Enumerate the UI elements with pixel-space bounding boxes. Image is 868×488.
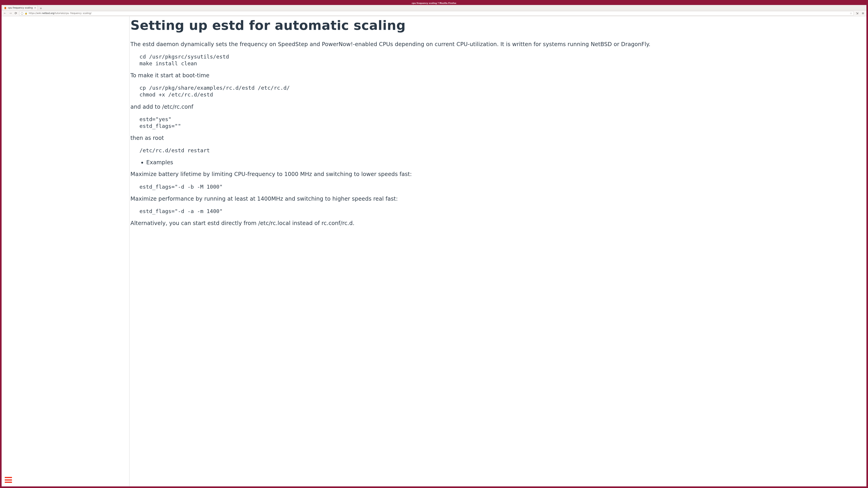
bookmark-star-icon[interactable]: ☆ — [850, 12, 852, 15]
code-block: cd /usr/pkgsrc/sysutils/estd make instal… — [130, 53, 860, 67]
code-block: cp /usr/pkg/share/examples/rc.d/estd /et… — [130, 85, 860, 98]
paragraph: Maximize performance by running at least… — [130, 195, 860, 202]
toolbar-right: ⇲ ≡ — [855, 11, 865, 15]
new-tab-button[interactable]: + — [39, 6, 43, 10]
code-block: estd_flags="-d -a -m 1400" — [130, 208, 860, 215]
code-block: /etc/rc.d/estd restart — [130, 147, 860, 154]
app-menu-icon[interactable]: ≡ — [861, 11, 865, 15]
netbsd-flag-icon: ▇ — [4, 6, 6, 9]
back-button[interactable]: ← — [3, 11, 7, 15]
bullet-list: Examples — [146, 159, 860, 166]
url-bar[interactable]: ◯ 🔒 https://wiki.netbsd.org/tutorials/cp… — [19, 11, 854, 15]
url-prefix: https://wiki. — [29, 12, 42, 14]
list-item: Examples — [146, 159, 860, 166]
article: Setting up estd for automatic scaling Th… — [130, 16, 860, 232]
reload-button[interactable]: ⟳ — [14, 11, 18, 15]
tab-active[interactable]: ▇ cpu frequency scaling × — [2, 5, 38, 10]
wiki-left-rail — [2, 16, 11, 486]
code-block: estd="yes" estd_flags="" — [130, 116, 860, 129]
code-block: estd_flags="-d -b -M 1000" — [130, 184, 860, 190]
browser-window: ▇ cpu frequency scaling × + ← → ⟳ ◯ 🔒 ht… — [1, 5, 867, 487]
window-title: cpu frequency scaling ? Mozilla Firefox — [412, 2, 456, 4]
window-title-bar[interactable]: cpu frequency scaling ? Mozilla Firefox — [0, 1, 868, 5]
lock-icon: 🔒 — [25, 12, 27, 14]
nav-toolbar: ← → ⟳ ◯ 🔒 https://wiki.netbsd.org/tutori… — [2, 10, 866, 16]
paragraph: The estd daemon dynamically sets the fre… — [130, 41, 860, 48]
paragraph: then as root — [130, 134, 860, 142]
page-scroll[interactable]: Setting up estd for automatic scaling Th… — [11, 16, 866, 486]
paragraph: To make it start at boot-time — [130, 72, 860, 79]
url-path: /tutorials/cpu_frequency_scaling/ — [54, 12, 92, 14]
tab-label: cpu frequency scaling — [8, 6, 33, 9]
url-text: https://wiki.netbsd.org/tutorials/cpu_fr… — [29, 12, 848, 14]
paragraph: Maximize battery lifetime by limiting CP… — [130, 170, 860, 178]
url-domain: netbsd.org — [42, 12, 54, 14]
forward-button[interactable]: → — [8, 11, 12, 15]
tab-strip: ▇ cpu frequency scaling × + — [2, 5, 866, 10]
close-icon[interactable]: × — [34, 6, 36, 9]
shield-icon: ◯ — [21, 12, 23, 14]
page-heading: Setting up estd for automatic scaling — [130, 18, 860, 33]
paragraph: Alternatively, you can start estd direct… — [130, 220, 860, 227]
content-area: Setting up estd for automatic scaling Th… — [2, 16, 866, 486]
downloads-icon[interactable]: ⇲ — [855, 11, 859, 15]
paragraph: and add to /etc/rc.conf — [130, 103, 860, 110]
